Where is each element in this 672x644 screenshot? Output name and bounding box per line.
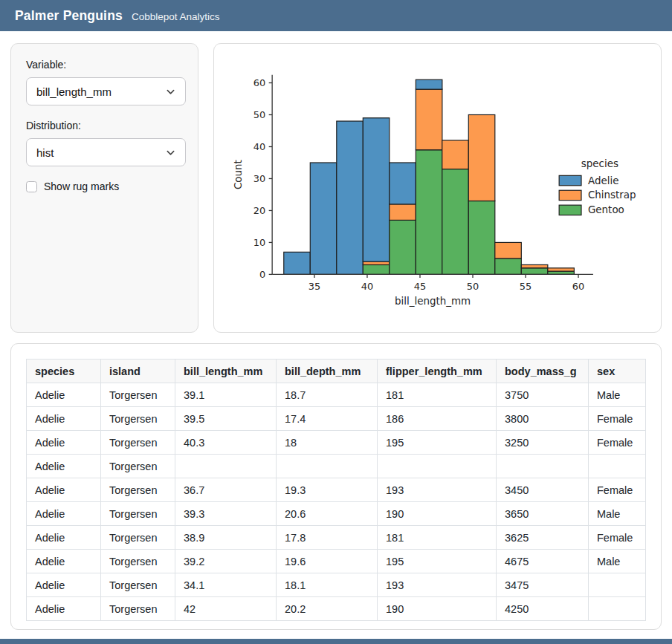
rug-marks-checkbox[interactable]	[26, 181, 37, 192]
column-header-species: species	[27, 360, 101, 383]
cell-sex: Female	[589, 407, 646, 431]
rug-marks-row: Show rug marks	[26, 180, 186, 192]
cell-bill_depth_mm: 17.8	[277, 526, 378, 550]
cell-species: Adelie	[27, 407, 101, 431]
histogram-bar-gentoo	[495, 258, 522, 274]
distribution-select[interactable]: hist	[26, 138, 186, 166]
x-tick-label: 50	[467, 281, 479, 292]
x-tick-label: 60	[572, 281, 584, 292]
cell-flipper_length_mm: 190	[378, 597, 497, 621]
x-axis-label: bill_length_mm	[395, 296, 471, 307]
cell-bill_depth_mm: 19.6	[277, 550, 378, 573]
column-header-flipper_length_mm: flipper_length_mm	[378, 360, 497, 383]
variable-select-value: bill_length_mm	[36, 85, 112, 98]
cell-sex	[589, 455, 646, 478]
cell-island: Torgersen	[101, 455, 175, 478]
legend-swatch-gentoo	[559, 205, 581, 215]
cell-island: Torgersen	[101, 431, 175, 455]
x-tick-label: 40	[361, 281, 373, 292]
histogram-bar-adelie	[416, 79, 442, 89]
cell-species: Adelie	[27, 526, 101, 550]
histogram-bar-gentoo	[390, 220, 416, 274]
histogram-bar-chinstrap	[442, 140, 469, 169]
histogram-bar-chinstrap	[548, 268, 575, 271]
cell-flipper_length_mm: 181	[378, 526, 497, 550]
cell-bill_depth_mm	[277, 455, 378, 478]
y-tick-label: 0	[259, 269, 265, 280]
cell-species: Adelie	[27, 431, 101, 455]
cell-flipper_length_mm: 195	[378, 431, 497, 455]
y-axis-label: Count	[233, 160, 244, 189]
cell-bill_depth_mm: 20.2	[277, 597, 378, 621]
cell-island: Torgersen	[101, 478, 175, 502]
cell-species: Adelie	[27, 502, 101, 526]
histogram-bar-gentoo	[416, 150, 442, 275]
cell-island: Torgersen	[101, 526, 175, 550]
cell-body_mass_g: 4675	[497, 550, 589, 573]
top-row: Variable: bill_length_mm Distribution: h…	[10, 43, 662, 333]
histogram-bar-adelie	[363, 118, 390, 261]
x-tick-label: 35	[308, 281, 320, 292]
cell-island: Torgersen	[101, 597, 175, 621]
cell-island: Torgersen	[101, 573, 175, 597]
cell-species: Adelie	[27, 455, 101, 478]
app-subtitle: Cobblepot Analytics	[132, 11, 220, 22]
table-row: AdelieTorgersen39.118.71813750Male	[27, 383, 646, 407]
cell-flipper_length_mm: 193	[378, 478, 497, 502]
chevron-down-icon	[166, 148, 175, 157]
legend-title: species	[581, 158, 618, 169]
y-tick-label: 60	[253, 77, 265, 88]
cell-species: Adelie	[27, 478, 101, 502]
y-tick-label: 40	[253, 141, 265, 152]
cell-body_mass_g: 3750	[497, 383, 589, 407]
column-header-bill_length_mm: bill_length_mm	[175, 360, 277, 383]
penguins-table: speciesislandbill_length_mmbill_depth_mm…	[26, 359, 646, 621]
cell-sex: Female	[589, 526, 646, 550]
histogram-chart: 0102030405060354045505560bill_length_mmC…	[214, 44, 661, 332]
cell-flipper_length_mm: 181	[378, 383, 497, 407]
table-row: AdelieTorgersen36.719.31933450Female	[27, 478, 646, 502]
cell-species: Adelie	[27, 573, 101, 597]
histogram-bar-adelie	[284, 252, 311, 274]
cell-flipper_length_mm: 190	[378, 502, 497, 526]
distribution-label: Distribution:	[26, 120, 186, 131]
distribution-select-value: hist	[36, 146, 54, 159]
table-header-row: speciesislandbill_length_mmbill_depth_mm…	[27, 360, 646, 383]
cell-bill_length_mm: 39.3	[175, 502, 277, 526]
y-tick-label: 30	[253, 173, 265, 184]
cell-body_mass_g: 4250	[497, 597, 589, 621]
cell-island: Torgersen	[101, 407, 175, 431]
variable-select[interactable]: bill_length_mm	[26, 77, 186, 105]
histogram-bar-chinstrap	[468, 115, 495, 201]
cell-island: Torgersen	[101, 383, 175, 407]
legend-label-gentoo: Gentoo	[588, 204, 624, 215]
variable-label: Variable:	[26, 59, 186, 71]
histogram-bar-chinstrap	[363, 261, 390, 264]
cell-body_mass_g: 3250	[497, 431, 589, 455]
controls-sidebar: Variable: bill_length_mm Distribution: h…	[10, 43, 198, 333]
x-tick-label: 45	[414, 281, 426, 292]
histogram-bar-adelie	[310, 163, 337, 274]
cell-body_mass_g: 3800	[497, 407, 589, 431]
cell-flipper_length_mm: 193	[378, 573, 497, 597]
column-header-body_mass_g: body_mass_g	[497, 360, 589, 383]
x-tick-label: 55	[520, 281, 532, 292]
histogram-card: 0102030405060354045505560bill_length_mmC…	[213, 43, 662, 333]
table-row: AdelieTorgersen39.517.41863800Female	[27, 407, 646, 431]
cell-bill_length_mm: 36.7	[175, 478, 277, 502]
cell-body_mass_g: 3650	[497, 502, 589, 526]
table-row: AdelieTorgersen40.3181953250Female	[27, 431, 646, 455]
rug-marks-label: Show rug marks	[44, 180, 119, 192]
cell-flipper_length_mm: 195	[378, 550, 497, 573]
cell-bill_length_mm: 40.3	[175, 431, 277, 455]
histogram-bar-adelie	[337, 121, 364, 274]
cell-bill_length_mm: 42	[175, 597, 277, 621]
cell-body_mass_g	[497, 455, 589, 478]
data-table-card: speciesislandbill_length_mmbill_depth_mm…	[10, 343, 662, 630]
cell-bill_length_mm	[175, 455, 277, 478]
legend-swatch-chinstrap	[559, 190, 581, 200]
cell-bill_length_mm: 34.1	[175, 573, 277, 597]
main-content: Variable: bill_length_mm Distribution: h…	[0, 31, 672, 630]
cell-bill_length_mm: 38.9	[175, 526, 277, 550]
cell-sex: Male	[589, 502, 646, 526]
